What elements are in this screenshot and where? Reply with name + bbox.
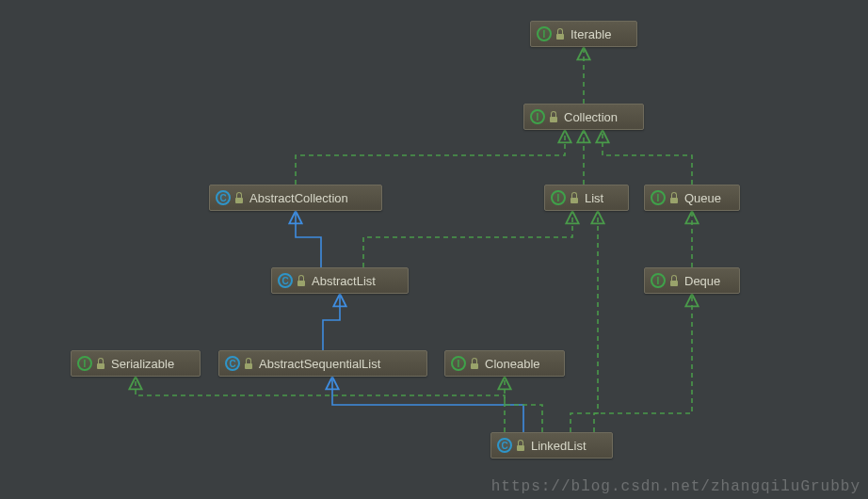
node-label: Collection xyxy=(564,110,618,124)
class-icon: C xyxy=(225,356,240,371)
interface-icon: I xyxy=(651,190,666,205)
class-icon: C xyxy=(497,438,512,453)
node-label: AbstractSequentialList xyxy=(259,357,380,371)
interface-icon: I xyxy=(77,356,92,371)
node-label: LinkedList xyxy=(531,439,587,453)
edge xyxy=(296,211,321,267)
node-abstractlist: CAbstractList xyxy=(271,267,409,294)
lock-icon xyxy=(570,192,579,203)
lock-icon xyxy=(234,192,244,203)
node-abstractseqlist: CAbstractSequentialList xyxy=(218,350,427,377)
node-label: Iterable xyxy=(571,27,611,41)
lock-icon xyxy=(96,358,105,369)
class-icon: C xyxy=(278,273,293,288)
lock-icon xyxy=(555,28,565,40)
lock-icon xyxy=(297,275,306,286)
lock-icon xyxy=(549,111,558,122)
edge xyxy=(323,294,340,350)
node-serializable: ISerializable xyxy=(71,350,201,377)
lock-icon xyxy=(669,275,679,286)
node-linkedlist: CLinkedList xyxy=(490,432,613,459)
node-abstractcollection: CAbstractCollection xyxy=(209,185,382,211)
interface-icon: I xyxy=(551,190,566,205)
edge xyxy=(603,130,692,185)
class-icon: C xyxy=(216,190,231,205)
node-label: AbstractList xyxy=(312,274,376,288)
interface-icon: I xyxy=(537,26,552,41)
node-list: IList xyxy=(544,185,629,211)
interface-icon: I xyxy=(451,356,466,371)
lock-icon xyxy=(516,440,525,451)
edge xyxy=(332,377,523,432)
node-cloneable: ICloneable xyxy=(444,350,565,377)
node-label: Serializable xyxy=(111,357,174,371)
lock-icon xyxy=(669,192,679,203)
lock-icon xyxy=(470,358,479,369)
node-label: Cloneable xyxy=(485,357,540,371)
edge xyxy=(571,211,598,432)
interface-icon: I xyxy=(530,109,545,124)
interface-icon: I xyxy=(651,273,666,288)
node-label: Deque xyxy=(684,274,720,288)
node-label: AbstractCollection xyxy=(249,191,348,205)
node-label: Queue xyxy=(684,191,721,205)
node-iterable: IIterable xyxy=(530,21,637,47)
node-queue: IQueue xyxy=(644,185,740,211)
lock-icon xyxy=(244,358,253,369)
node-deque: IDeque xyxy=(644,267,740,294)
watermark-text: https://blog.csdn.net/zhangqiluGrubby xyxy=(491,478,860,495)
edge xyxy=(296,130,565,185)
edge xyxy=(363,211,572,267)
edge xyxy=(594,294,692,432)
node-label: List xyxy=(585,191,603,205)
node-collection: ICollection xyxy=(523,104,644,130)
uml-diagram-edges xyxy=(0,0,868,499)
